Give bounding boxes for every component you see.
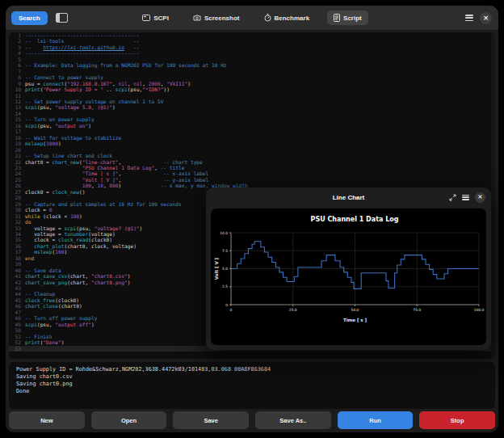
- line-chart-plot: 02.55.07.510.0025.050.075.0100.0PSU Chan…: [211, 208, 486, 345]
- expand-icon[interactable]: [449, 190, 456, 204]
- open-button[interactable]: Open: [91, 411, 167, 429]
- code-line: 3-- https://lxi-tools.github.io --: [9, 44, 495, 50]
- code-line: 21-- Setup line chart and clock: [9, 153, 495, 158]
- save-button[interactable]: Save: [173, 411, 249, 429]
- view-tabs: SCPI Screenshot Benchmark Script: [6, 6, 498, 30]
- code-line: 8-- Connect to power supply: [9, 74, 495, 80]
- chart-window-title: Line Chart: [333, 194, 365, 201]
- console-line: Power Supply ID = Rohde&Schwarz,NGM202,3…: [9, 366, 495, 373]
- terminal-icon: [142, 15, 150, 21]
- code-line: 9psu = connect("192.168.0.107", nil, nil…: [9, 81, 495, 86]
- svg-text:25.0: 25.0: [289, 308, 297, 312]
- code-line: 25 "Volt [ V ]", -- y-axis lmbel: [9, 177, 495, 183]
- code-line: 19msleep(1000): [9, 141, 495, 146]
- svg-text:50.0: 50.0: [351, 308, 359, 312]
- code-line: 20: [9, 147, 495, 153]
- svg-text:PSU Channel 1 Data Log: PSU Channel 1 Data Log: [311, 216, 399, 223]
- editor-scrollbar[interactable]: [491, 32, 495, 359]
- code-line: 17: [9, 128, 495, 134]
- save-as-button[interactable]: Save As..: [255, 411, 331, 429]
- code-line: 23 "PSU Channel 1 Data Log", -- title: [9, 165, 495, 171]
- tab-label: Script: [343, 15, 362, 22]
- code-line: 24 "Time [ s ]", -- x-axis label: [9, 171, 495, 176]
- chart-window-titlebar[interactable]: Line Chart ✕: [206, 187, 491, 207]
- code-line: 6-- Example: Data logging from a NGM202 …: [9, 62, 495, 68]
- code-line: 1--------------------------------------: [9, 32, 495, 38]
- code-line: 5: [9, 57, 495, 62]
- tab-script[interactable]: Script: [327, 11, 368, 25]
- code-line: 13scpi(psu, "voltage 5.0, (@1)"): [9, 104, 495, 110]
- code-line: 11: [9, 93, 495, 99]
- app-window: Search SCPI Screenshot Benchmark: [6, 6, 498, 432]
- code-line: 16scpi(psu, "output on"): [9, 123, 495, 128]
- console-line: Saving chart0.png: [9, 381, 495, 388]
- tab-benchmark[interactable]: Benchmark: [258, 11, 317, 25]
- code-line: 18-- Wait for voltage to stabilize: [9, 135, 495, 141]
- new-button[interactable]: New: [9, 411, 85, 429]
- svg-text:7.5: 7.5: [222, 249, 228, 253]
- document-icon: [334, 14, 340, 22]
- stopwatch-icon: [264, 14, 271, 22]
- header-right-controls: ✕: [465, 6, 492, 30]
- code-line: 14: [9, 111, 495, 116]
- sidebar-toggle-icon[interactable]: [56, 13, 68, 23]
- chart-menu-icon[interactable]: [462, 195, 469, 200]
- code-line: 2-- lxi-tools --: [9, 38, 495, 44]
- header-bar: Search SCPI Screenshot Benchmark: [6, 6, 498, 31]
- console-line: Done: [9, 388, 495, 395]
- close-icon[interactable]: ✕: [480, 12, 492, 24]
- search-button[interactable]: Search: [11, 11, 48, 25]
- console-output[interactable]: Power Supply ID = Rohde&Schwarz,NGM202,3…: [9, 362, 495, 409]
- console-line: Saving chart0.csv: [9, 373, 495, 381]
- code-line: 10print("Power Supply ID = " .. scpi(psu…: [9, 86, 495, 92]
- run-button[interactable]: Run: [338, 411, 414, 429]
- svg-text:10.0: 10.0: [220, 231, 228, 235]
- stop-button[interactable]: Stop: [419, 411, 495, 429]
- code-line: 4--------------------------------------: [9, 50, 495, 56]
- svg-text:2.5: 2.5: [222, 284, 228, 288]
- svg-text:100.0: 100.0: [474, 308, 485, 312]
- chart-close-icon[interactable]: ✕: [475, 192, 485, 203]
- tab-screenshot[interactable]: Screenshot: [187, 11, 246, 25]
- svg-text:0: 0: [225, 303, 228, 307]
- line-chart-window: Line Chart ✕ 02.55.07.510.0025.050.075.0…: [206, 187, 491, 350]
- code-line: 22chart0 = chart_new("line-chart", -- ch…: [9, 159, 495, 165]
- code-line: 12-- Set power supply voltage on channel…: [9, 99, 495, 104]
- code-line: 7: [9, 69, 495, 74]
- menu-icon[interactable]: [465, 15, 473, 21]
- svg-text:5.0: 5.0: [222, 267, 228, 271]
- tab-label: Benchmark: [275, 15, 310, 22]
- svg-text:0: 0: [230, 308, 233, 312]
- tab-label: Screenshot: [204, 15, 240, 22]
- svg-text:75.0: 75.0: [413, 308, 421, 312]
- camera-icon: [193, 15, 201, 21]
- tab-label: SCPI: [153, 15, 169, 22]
- svg-text:Volt [ V ]: Volt [ V ]: [214, 257, 219, 280]
- svg-text:Time [ s ]: Time [ s ]: [343, 318, 368, 322]
- code-line: 15-- Turn on power supply: [9, 116, 495, 122]
- tab-scpi[interactable]: SCPI: [136, 11, 175, 25]
- footer-toolbar: New Open Save Save As.. Run Stop: [9, 411, 495, 429]
